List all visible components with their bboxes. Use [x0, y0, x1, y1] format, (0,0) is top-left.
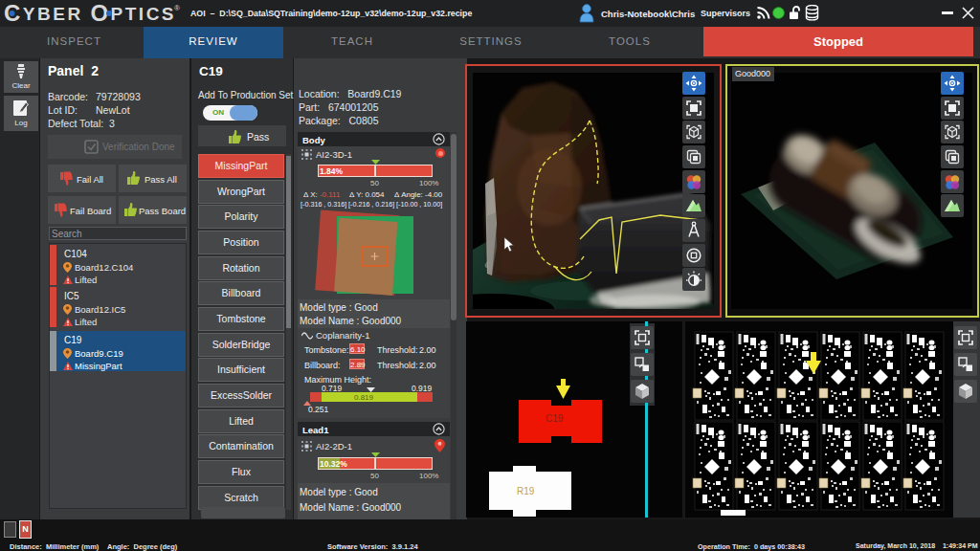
svg-text:R19: R19 — [517, 486, 535, 496]
svg-text:C19: C19 — [546, 413, 564, 424]
svg-text:CYBER OPTICS: CYBER OPTICS — [4, 1, 176, 26]
svg-text:®: ® — [174, 4, 180, 12]
